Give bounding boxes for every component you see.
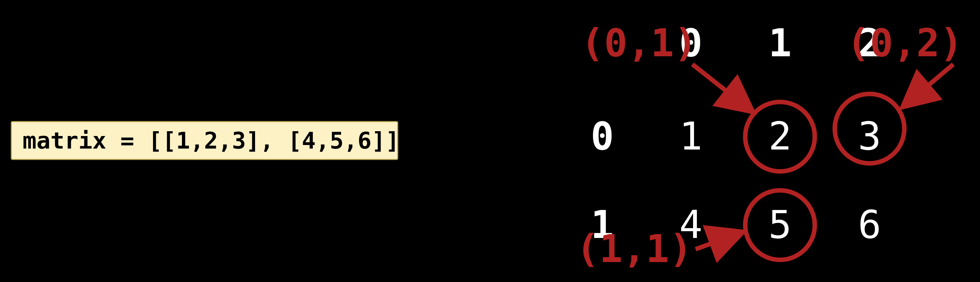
cell-0-1: 2	[768, 114, 792, 158]
annotation-1-1: (1,1)	[576, 227, 692, 271]
code-line: matrix = [[1,2,3], [4,5,6]]	[22, 127, 399, 154]
row-header-0: 0	[591, 114, 614, 158]
cell-0-0: 1	[679, 114, 702, 158]
arrow-icon	[692, 64, 754, 112]
arrow-icon	[696, 231, 744, 249]
cell-1-1: 5	[768, 202, 792, 247]
arrow-icon	[902, 64, 953, 108]
cell-0-2: 3	[858, 114, 881, 158]
annotation-0-2: (0,2)	[847, 21, 963, 65]
cell-1-2: 6	[858, 202, 881, 247]
annotation-0-1: (0,1)	[581, 21, 697, 65]
code-box: matrix = [[1,2,3], [4,5,6]]	[11, 122, 399, 160]
col-header-1: 1	[768, 21, 792, 65]
